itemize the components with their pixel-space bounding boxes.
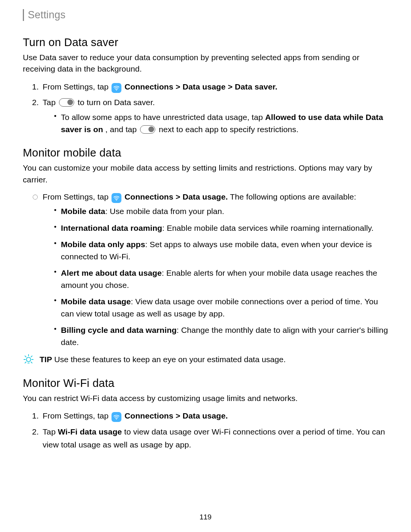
nav-path: Connections > Data usage. — [124, 192, 228, 201]
steps-list: From Settings, tap Connections > Data us… — [23, 409, 388, 451]
section-heading-monitor-wifi: Monitor Wi-Fi data — [23, 377, 388, 390]
wifi-icon — [112, 193, 121, 203]
step-text: The following options are available: — [230, 192, 356, 201]
option-name: Billing cycle and data warning — [61, 326, 177, 334]
circle-list: From Settings, tap Connections > Data us… — [23, 191, 388, 348]
option-desc: : Use mobile data from your plan. — [105, 207, 225, 216]
svg-point-1 — [116, 200, 117, 201]
breadcrumb: Settings — [23, 9, 388, 21]
svg-line-8 — [25, 362, 26, 363]
bullet-item: Alert me about data usage: Enable alerts… — [54, 267, 388, 291]
step-item: Tap Wi-Fi data usage to view data usage … — [41, 425, 388, 451]
option-name: Mobile data usage — [61, 297, 131, 306]
section-intro: Use Data saver to reduce your data consu… — [23, 52, 388, 75]
sub-bullets: To allow some apps to have unrestricted … — [43, 111, 388, 135]
tip-label: TIP — [40, 355, 52, 364]
steps-list: From Settings, tap Connections > Data us… — [23, 80, 388, 135]
nav-path: Connections > Data usage > Data saver. — [124, 82, 277, 91]
option-desc: : Enable mobile data services while roam… — [162, 224, 373, 232]
nav-path: Connections > Data usage. — [124, 411, 228, 420]
bullet-text: , and tap — [105, 125, 139, 134]
step-text: From Settings, tap — [43, 192, 111, 201]
toggle-icon — [140, 125, 155, 134]
section-intro: You can customize your mobile data acces… — [23, 162, 388, 185]
wifi-icon — [112, 83, 121, 93]
step-text: From Settings, tap — [43, 411, 111, 420]
option-name: Mobile data — [61, 207, 105, 216]
step-text: Tap — [43, 98, 58, 107]
svg-line-9 — [31, 362, 32, 363]
step-item: From Settings, tap Connections > Data us… — [41, 409, 388, 422]
sub-bullets: Mobile data: Use mobile data from your p… — [43, 205, 388, 348]
step-text: From Settings, tap — [43, 82, 111, 91]
bullet-item: Billing cycle and data warning: Change t… — [54, 324, 388, 348]
wifi-icon — [112, 412, 121, 422]
svg-line-5 — [31, 356, 32, 357]
bullet-item: To allow some apps to have unrestricted … — [54, 111, 388, 135]
step-text: Tap — [43, 427, 58, 436]
bullet-text: next to each app to specify restrictions… — [159, 125, 298, 134]
bullet-item: Mobile data usage: View data usage over … — [54, 296, 388, 320]
bullet-item: International data roaming: Enable mobil… — [54, 222, 388, 234]
option-name: Alert me about data usage — [61, 268, 162, 277]
bullet-item: Mobile data: Use mobile data from your p… — [54, 205, 388, 217]
page-number: 119 — [0, 513, 411, 521]
lightbulb-icon — [23, 353, 34, 365]
section-intro: You can restrict Wi-Fi data access by cu… — [23, 393, 388, 404]
section-heading-data-saver: Turn on Data saver — [23, 36, 388, 49]
svg-point-2 — [26, 358, 30, 362]
tip-text-wrapper: TIP Use these features to keep an eye on… — [40, 353, 286, 366]
svg-point-11 — [116, 419, 117, 420]
svg-point-0 — [116, 90, 117, 91]
step-text: to turn on Data saver. — [78, 98, 155, 107]
svg-line-4 — [25, 356, 26, 357]
bullet-text: To allow some apps to have unrestricted … — [61, 113, 265, 121]
option-name: Mobile data only apps — [61, 240, 145, 249]
tip-block: TIP Use these features to keep an eye on… — [23, 353, 388, 366]
section-heading-monitor-mobile: Monitor mobile data — [23, 147, 388, 159]
circle-item: From Settings, tap Connections > Data us… — [41, 191, 388, 348]
option-name: Wi-Fi data usage — [58, 427, 122, 436]
toggle-icon — [59, 98, 74, 107]
step-item: From Settings, tap Connections > Data us… — [41, 80, 388, 93]
step-item: Tap to turn on Data saver. To allow some… — [41, 96, 388, 135]
option-name: International data roaming — [61, 224, 162, 232]
bullet-item: Mobile data only apps: Set apps to alway… — [54, 238, 388, 262]
tip-text: Use these features to keep an eye on you… — [52, 355, 286, 364]
